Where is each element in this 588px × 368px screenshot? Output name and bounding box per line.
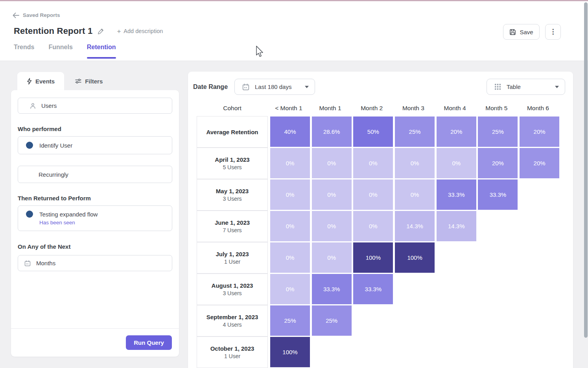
column-header: < Month 1 [268,105,310,112]
cohort-user-count: 4 Users [223,322,241,328]
retention-cell: 40% [270,117,310,147]
retention-cell: 0% [270,148,310,178]
months-field[interactable]: Months [18,255,172,271]
retention-cell: 50% [353,117,393,147]
then-returned-label: Then Returned to Perform [18,195,172,202]
cohort-user-count: 3 Users [223,196,241,202]
tab-events[interactable]: Events [17,72,64,90]
cohort-label: August 1, 2023 [212,282,253,289]
who-performed-label: Who performed [18,126,172,132]
cohort-label: October 1, 2023 [210,345,254,352]
retention-cell: 0% [312,242,352,273]
cell-group: 0%33.3%33.3% [270,274,395,305]
tab-filters[interactable]: Filters [66,72,112,90]
cell-group: 0%0%0%0%33.3%33.3% [270,179,520,211]
retention-cell: 100% [353,242,393,273]
add-description-label: Add description [123,28,163,34]
back-to-saved-reports[interactable]: Saved Reports [13,12,60,18]
lightning-icon [27,78,32,85]
tab-trends[interactable]: Trends [14,44,34,59]
query-panel-body: Users Who performed Identify User Recurr… [11,90,179,357]
cohort-user-count: 7 Users [223,227,241,233]
plus-icon: + [117,28,121,35]
column-header: Month 6 [517,105,559,112]
chevron-down-icon [555,86,559,88]
retention-cell: 25% [270,305,310,336]
query-builder: Events Filters Users Who performed Ident… [11,72,179,357]
more-options-button[interactable]: ⋮ [545,24,561,40]
top-accent-bar [0,0,588,1]
retention-cell: 25% [478,117,518,147]
return-event-card[interactable]: Testing expanded flow Has been seen [18,205,172,231]
query-panel-tabs: Events Filters [11,72,179,90]
event-dot-icon [26,142,33,149]
has-been-seen-link[interactable]: Has been seen [39,220,75,226]
retention-cell: 25% [395,117,435,147]
table-row: September 1, 20234 Users25%25% [197,305,573,337]
retention-cell: 0% [395,148,435,178]
retention-cell: 0% [270,242,310,273]
column-header: Month 1 [310,105,351,112]
run-query-button[interactable]: Run Query [126,335,172,350]
cell-group: 0%0%0%14.3%14.3% [270,211,478,242]
view-selector-dropdown[interactable]: Table [487,79,565,95]
retention-cell: 0% [312,148,352,178]
scrollbar-thumb[interactable] [584,2,588,338]
column-header: Month 4 [434,105,476,112]
chevron-down-icon [305,86,309,88]
tab-filters-label: Filters [85,78,103,85]
cohort-user-count: 1 User [224,259,240,265]
retention-cell: 33.3% [312,274,352,304]
cohort-label: May 1, 2023 [216,188,249,194]
identify-user-event[interactable]: Identify User [18,136,172,154]
tab-events-label: Events [35,78,55,85]
recurringly-field[interactable]: Recurringly [18,166,172,183]
retention-cell: 33.3% [437,179,476,210]
column-header: Month 5 [476,105,517,112]
back-label: Saved Reports [23,12,60,18]
tab-funnels[interactable]: Funnels [48,44,72,59]
date-range-dropdown[interactable]: Last 180 days [234,79,315,95]
retention-cell: 20% [520,117,559,147]
cohort-cell: April 1, 20235 Users [197,148,268,179]
retention-cell: 0% [353,148,393,178]
save-button[interactable]: Save [503,24,540,40]
retention-cell: 0% [312,179,352,210]
calendar-icon [24,260,31,266]
edit-title-button[interactable] [98,28,104,35]
table-row: August 1, 20233 Users0%33.3%33.3% [197,274,573,305]
retention-cell: 33.3% [478,179,518,210]
cohort-cell: September 1, 20234 Users [197,305,268,337]
cell-group: 100% [270,337,312,368]
query-panel-footer: Run Query [11,328,179,357]
cell-group: 0%0%0%0%0%20%20% [270,148,561,179]
tab-retention[interactable]: Retention [87,44,116,59]
on-any-label: On Any of the Next [18,243,172,250]
app-header: Saved Reports Retention Report 1 + Add d… [0,1,588,61]
report-type-tabs: Trends Funnels Retention [14,44,116,59]
table-row: April 1, 20235 Users0%0%0%0%0%20%20% [197,148,573,179]
event-dot-icon [26,211,33,218]
cohort-cell: May 1, 20233 Users [197,179,268,211]
table-row: July 1, 20231 User0%0%100%100% [197,242,573,274]
column-header: Month 3 [393,105,434,112]
recurringly-label: Recurringly [39,171,68,178]
sliders-icon [75,78,81,84]
retention-cell: 20% [437,117,476,147]
retention-cell: 14.3% [395,211,435,241]
users-field[interactable]: Users [18,98,172,114]
cohort-cell: July 1, 20231 User [197,242,268,274]
retention-table: Cohort< Month 1Month 1Month 2Month 3Mont… [188,105,573,368]
add-description-button[interactable]: + Add description [117,28,163,35]
table-row: Average Retention40%28.6%50%25%20%25%20% [197,117,573,148]
view-selector-value: Table [507,83,521,90]
months-field-label: Months [36,260,55,266]
floppy-icon [509,29,516,35]
title-row: Retention Report 1 + Add description [14,26,163,36]
page-title: Retention Report 1 [14,26,92,36]
cohort-user-count: 1 User [224,353,240,359]
grid-icon [494,83,501,90]
save-label: Save [520,29,533,35]
cohort-cell: Average Retention [197,116,268,148]
cell-group: 40%28.6%50%25%20%25%20% [270,117,561,148]
